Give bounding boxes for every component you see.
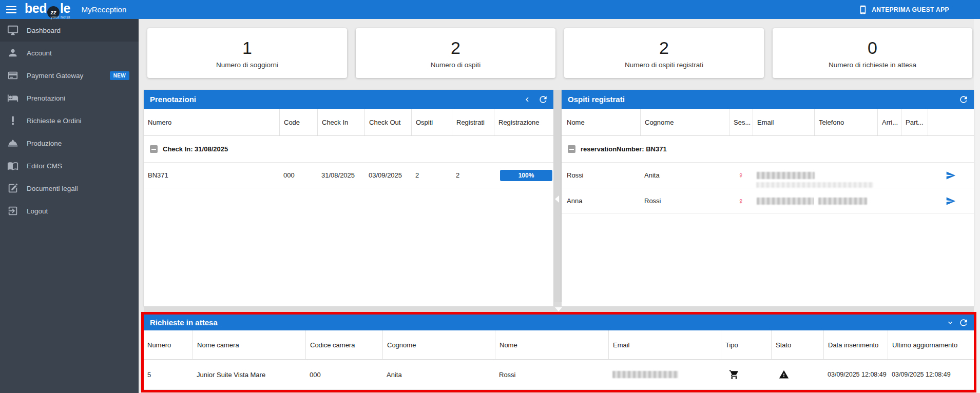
sidebar-item-editor-cms[interactable]: Editor CMS	[0, 154, 139, 177]
sidebar-item-account[interactable]: Account	[0, 42, 139, 64]
app-window: bed zz le your hotel MyReception ANTEPRI…	[0, 0, 980, 393]
column-header[interactable]: Ultimo aggiornamento	[888, 330, 974, 359]
column-header[interactable]: Email	[753, 109, 814, 135]
chevron-down-icon[interactable]	[946, 319, 954, 327]
prenotazioni-row[interactable]: BN371 000 31/08/2025 03/09/2025 2 2 100%	[144, 163, 553, 188]
column-header[interactable]: Registrazione	[494, 109, 553, 135]
column-header[interactable]: Code	[279, 109, 317, 135]
column-header[interactable]: Codice camera	[305, 330, 382, 359]
cell-registrazione: 100%	[494, 163, 553, 188]
sidebar-item-produzione[interactable]: Produzione	[0, 132, 139, 154]
card-ospiti-registrati: 2 Numero di ospiti registrati	[564, 28, 764, 78]
sidebar-item-documenti-legali[interactable]: Documenti legali	[0, 177, 139, 200]
stat-value: 2	[451, 38, 460, 58]
redacted-phone	[818, 198, 867, 205]
prenotazioni-column-headers: Numero Code Check In Check Out Ospiti Re…	[144, 109, 553, 136]
column-header[interactable]: Check Out	[364, 109, 411, 135]
cell-code: 000	[279, 163, 317, 188]
book-icon	[7, 160, 18, 171]
column-header[interactable]: Registrati	[452, 109, 494, 135]
panel-splitter-vertical[interactable]	[553, 90, 562, 306]
panel-title: Prenotazioni	[150, 95, 196, 104]
cell-nome: Rossi	[562, 163, 640, 188]
column-header[interactable]: Arri...	[877, 109, 901, 135]
card-richieste-attesa: 0 Numero di richieste in attesa	[773, 28, 972, 78]
richieste-row[interactable]: 5 Junior Suite Vista Mare 000 Anita Ross…	[144, 360, 974, 390]
redacted-email	[757, 198, 814, 205]
prenotazioni-panel: Prenotazioni Numero Code Check In Check …	[144, 90, 553, 306]
refresh-icon[interactable]	[958, 94, 969, 105]
bed-icon	[7, 92, 18, 104]
column-header[interactable]: Cognome	[382, 330, 495, 359]
send-icon[interactable]	[946, 170, 956, 181]
cell-numero: 5	[144, 360, 193, 389]
splitter-handle[interactable]	[554, 302, 562, 306]
richieste-panel-header: Richieste in attesa	[144, 315, 974, 330]
logo-tagline: your hotel	[51, 15, 70, 19]
warning-icon	[779, 369, 789, 380]
column-header[interactable]: Nome	[562, 109, 640, 135]
collapse-left-icon[interactable]	[523, 95, 532, 104]
stat-label: Numero di richieste in attesa	[829, 61, 916, 69]
panel-splitter-horizontal[interactable]	[144, 306, 974, 312]
cell-cognome: Rossi	[640, 188, 729, 213]
sidebar-item-richieste-ordini[interactable]: Richieste e Ordini	[0, 109, 139, 132]
sidebar-item-dashboard[interactable]: Dashboard	[0, 19, 139, 42]
ospiti-row[interactable]: Rossi Anita ♀	[562, 163, 974, 188]
cell-data-inserimento: 03/09/2025 12:08:49	[823, 360, 888, 389]
refresh-icon[interactable]	[538, 94, 548, 105]
richieste-in-attesa-panel: Richieste in attesa Numero Nome camera C…	[141, 312, 976, 392]
column-header[interactable]: Nome camera	[193, 330, 305, 359]
refresh-icon[interactable]	[958, 318, 969, 328]
column-header[interactable]: Data inserimento	[823, 330, 888, 359]
cell-numero: BN371	[144, 163, 279, 188]
column-header[interactable]: Cognome	[640, 109, 729, 135]
credit-card-icon	[7, 70, 18, 81]
ospiti-column-headers: Nome Cognome Ses... Email Telefono Arri.…	[562, 109, 974, 136]
column-header[interactable]: Ses...	[729, 109, 753, 135]
menu-icon[interactable]	[6, 6, 16, 13]
column-header[interactable]: Check In	[317, 109, 364, 135]
column-header[interactable]: Telefono	[814, 109, 877, 135]
guest-app-preview-button[interactable]: ANTEPRIMA GUEST APP	[858, 5, 949, 14]
cell-check-in: 31/08/2025	[317, 163, 364, 188]
cell-cognome: Anita	[382, 360, 495, 389]
exclamation-icon	[7, 115, 18, 126]
column-header[interactable]: Tipo	[721, 330, 771, 359]
collapse-group-icon[interactable]	[568, 145, 575, 153]
cell-registrati: 2	[452, 163, 494, 188]
monitor-icon	[7, 25, 18, 36]
cell-nome: Rossi	[495, 360, 608, 389]
cell-email	[753, 188, 814, 213]
collapse-down-arrow-icon[interactable]	[555, 307, 562, 311]
stat-value: 0	[868, 38, 877, 58]
sidebar-item-prenotazioni[interactable]: Prenotazioni	[0, 87, 139, 109]
prenotazioni-group-row: Check In: 31/08/2025	[144, 136, 553, 163]
sidebar-item-logout[interactable]: Logout	[0, 200, 139, 222]
ospiti-group-row: reservationNumber: BN371	[562, 136, 974, 163]
cell-nome-camera: Junior Suite Vista Mare	[193, 360, 305, 389]
ospiti-row[interactable]: Anna Rossi ♀	[562, 188, 974, 214]
logout-icon	[7, 205, 18, 217]
stat-label: Numero di ospiti registrati	[625, 61, 703, 69]
column-header[interactable]: Email	[608, 330, 721, 359]
group-label: reservationNumber: BN371	[581, 145, 667, 153]
richieste-column-headers: Numero Nome camera Codice camera Cognome…	[144, 330, 974, 360]
collapse-group-icon[interactable]	[150, 145, 158, 153]
send-icon[interactable]	[946, 196, 956, 206]
column-header[interactable]	[928, 109, 974, 135]
sidebar: Dashboard Account Payment Gateway NEW Pr…	[0, 19, 139, 393]
registration-progress-bar: 100%	[500, 170, 552, 181]
cell-ospiti: 2	[411, 163, 452, 188]
collapse-left-arrow-icon[interactable]	[555, 195, 559, 203]
column-header[interactable]: Numero	[144, 330, 193, 359]
redacted-extra-line	[756, 182, 873, 188]
sidebar-item-payment-gateway[interactable]: Payment Gateway NEW	[0, 64, 139, 87]
column-header[interactable]: Stato	[771, 330, 823, 359]
ospiti-registrati-panel: Ospiti registrati Nome Cognome Ses... Em…	[562, 90, 974, 306]
cell-check-out: 03/09/2025	[364, 163, 411, 188]
column-header[interactable]: Numero	[144, 109, 279, 135]
column-header[interactable]: Part...	[901, 109, 928, 135]
column-header[interactable]: Nome	[495, 330, 608, 359]
column-header[interactable]: Ospiti	[411, 109, 452, 135]
